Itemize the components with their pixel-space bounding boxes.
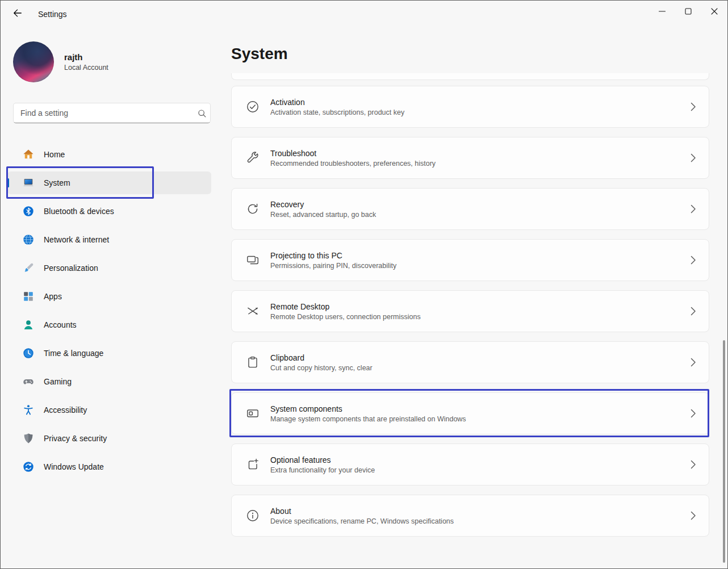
sidebar-item-label: Personalization <box>44 263 98 273</box>
sidebar-item-label: Windows Update <box>44 462 104 471</box>
card-title: System components <box>270 404 691 413</box>
clipboard-icon <box>245 355 260 370</box>
maximize-icon <box>685 7 692 17</box>
projecting-icon <box>245 253 260 267</box>
sidebar-item-personalization[interactable]: Personalization <box>7 257 211 279</box>
sidebar-item-privacy-security[interactable]: Privacy & security <box>7 427 211 450</box>
time-language-icon <box>22 347 35 359</box>
chevron-right-icon <box>691 358 697 367</box>
recovery-icon <box>245 202 260 216</box>
card-troubleshoot[interactable]: Troubleshoot Recommended troubleshooters… <box>231 137 709 179</box>
sidebar-item-time-language[interactable]: Time & language <box>7 342 211 365</box>
card-title: Remote Desktop <box>270 302 691 311</box>
card-projecting-to-this-pc[interactable]: Projecting to this PC Permissions, pairi… <box>231 239 709 281</box>
sidebar-item-windows-update[interactable]: Windows Update <box>7 455 211 478</box>
sidebar-item-label: Bluetooth & devices <box>44 207 114 216</box>
system-icon <box>22 177 35 189</box>
troubleshoot-icon <box>245 150 260 165</box>
search-box <box>13 103 211 123</box>
privacy-security-icon <box>22 432 35 445</box>
sidebar: rajth Local Account Home System Blueto <box>1 28 222 568</box>
avatar <box>13 41 54 82</box>
user-account-type: Local Account <box>64 64 108 72</box>
about-icon <box>245 508 260 523</box>
search-icon[interactable] <box>193 108 210 118</box>
card-title: Recovery <box>270 200 691 209</box>
vertical-scrollbar[interactable] <box>723 340 725 563</box>
card-optional-features[interactable]: Optional features Extra functionality fo… <box>231 444 709 486</box>
card-subtitle: Manage system components that are preins… <box>270 415 691 423</box>
sidebar-item-gaming[interactable]: Gaming <box>7 370 211 393</box>
sidebar-item-apps[interactable]: Apps <box>7 285 211 308</box>
accessibility-icon <box>22 404 35 416</box>
remote-desktop-icon <box>245 304 260 319</box>
sidebar-item-accessibility[interactable]: Accessibility <box>7 399 211 421</box>
windows-update-icon <box>22 461 35 473</box>
card-title: Activation <box>270 98 691 107</box>
sidebar-item-label: Home <box>44 150 65 159</box>
sidebar-item-label: System <box>44 178 70 187</box>
chevron-right-icon <box>691 460 697 469</box>
chevron-right-icon <box>691 307 697 316</box>
chevron-right-icon <box>691 153 697 162</box>
search-input[interactable] <box>14 108 193 118</box>
chevron-right-icon <box>691 102 697 111</box>
minimize-button[interactable] <box>649 1 675 23</box>
close-button[interactable] <box>701 1 727 23</box>
apps-icon <box>22 290 35 303</box>
card-activation[interactable]: Activation Activation state, subscriptio… <box>231 86 709 128</box>
card-about[interactable]: About Device specifications, rename PC, … <box>231 495 709 537</box>
card-title: Projecting to this PC <box>270 251 691 260</box>
card-title: About <box>270 507 691 516</box>
sidebar-item-label: Time & language <box>44 349 103 358</box>
card-recovery[interactable]: Recovery Reset, advanced startup, go bac… <box>231 188 709 230</box>
activation-icon <box>245 99 260 114</box>
sidebar-item-network-internet[interactable]: Network & internet <box>7 228 211 251</box>
maximize-button[interactable] <box>675 1 701 23</box>
sidebar-item-home[interactable]: Home <box>7 143 211 166</box>
card-title: Optional features <box>270 455 691 465</box>
accounts-icon <box>22 319 35 331</box>
card-subtitle: Reset, advanced startup, go back <box>270 211 691 219</box>
window-title: Settings <box>38 10 67 19</box>
card-clipboard[interactable]: Clipboard Cut and copy history, sync, cl… <box>231 341 709 383</box>
sidebar-item-label: Apps <box>44 292 62 301</box>
page-title: System <box>231 45 288 63</box>
card-partial[interactable] <box>231 73 709 80</box>
personalization-icon <box>22 262 35 274</box>
sidebar-item-label: Gaming <box>44 377 72 386</box>
card-subtitle: Recommended troubleshooters, preferences… <box>270 160 691 168</box>
back-arrow-icon <box>12 8 23 20</box>
chevron-right-icon <box>691 511 697 520</box>
optional-features-icon <box>245 457 260 472</box>
sidebar-item-accounts[interactable]: Accounts <box>7 313 211 336</box>
window-controls <box>649 1 727 23</box>
titlebar: Settings <box>1 1 727 28</box>
sidebar-item-label: Accessibility <box>44 405 87 415</box>
card-subtitle: Remote Desktop users, connection permiss… <box>270 313 691 321</box>
sidebar-item-system[interactable]: System <box>7 171 211 194</box>
chevron-right-icon <box>691 204 697 214</box>
gaming-icon <box>22 375 35 388</box>
home-icon <box>22 148 35 161</box>
main-content: System Activation Activation state, subs… <box>222 28 727 568</box>
user-name: rajth <box>64 52 108 62</box>
card-subtitle: Permissions, pairing PIN, discoverabilit… <box>270 262 691 270</box>
card-subtitle: Cut and copy history, sync, clear <box>270 364 691 372</box>
sidebar-item-label: Privacy & security <box>44 434 107 443</box>
sidebar-item-label: Network & internet <box>44 235 109 244</box>
bluetooth-icon <box>22 205 35 217</box>
close-icon <box>711 7 718 17</box>
sidebar-item-label: Accounts <box>44 320 77 329</box>
card-subtitle: Extra functionality for your device <box>270 466 691 474</box>
minimize-icon <box>659 7 666 17</box>
card-remote-desktop[interactable]: Remote Desktop Remote Desktop users, con… <box>231 290 709 332</box>
user-account-block[interactable]: rajth Local Account <box>13 41 108 82</box>
card-system-components[interactable]: System components Manage system componen… <box>231 392 709 434</box>
card-subtitle: Activation state, subscriptions, product… <box>270 108 691 116</box>
chevron-right-icon <box>691 409 697 418</box>
sidebar-nav: Home System Bluetooth & devices Network … <box>1 143 222 484</box>
card-subtitle: Device specifications, rename PC, Window… <box>270 517 691 525</box>
sidebar-item-bluetooth-devices[interactable]: Bluetooth & devices <box>7 200 211 223</box>
back-button[interactable] <box>6 5 29 24</box>
